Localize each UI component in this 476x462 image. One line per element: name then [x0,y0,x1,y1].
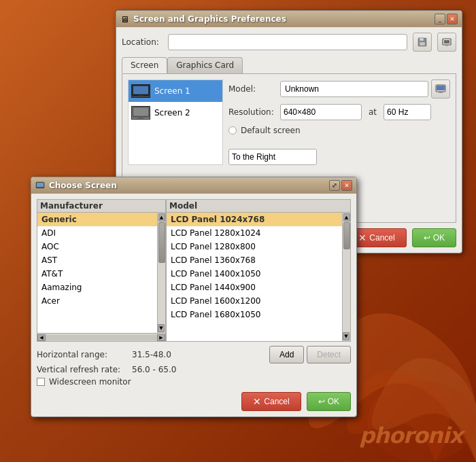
tab-screen[interactable]: Screen [122,57,167,73]
location-row: Location: [122,33,456,52]
vert-range-label: Vertical refresh rate: [37,365,132,374]
widescreen-label: Widescreen monitor [49,377,131,387]
vert-range-row: Vertical refresh rate: 56.0 - 65.0 [37,365,351,374]
dialog-ok-button[interactable]: ↩ OK [307,392,351,411]
phoronix-logo: phoronix [359,423,462,448]
widescreen-row: Widescreen monitor [37,377,351,387]
manufacturer-header: Manufacturer [37,199,166,213]
manufacturer-item-adi[interactable]: ADI [37,226,157,240]
dialog-icon [35,181,45,190]
location-label: Location: [122,37,163,47]
dialog-controls: ⤢ ✕ [329,180,352,191]
svg-rect-16 [437,86,445,90]
model-scrollbar[interactable]: ▲ ▼ [342,213,350,341]
model-header: Model [166,199,351,213]
svg-rect-3 [420,42,425,46]
dialog-resize-button[interactable]: ⤢ [329,180,340,191]
close-button[interactable]: ✕ [447,14,458,24]
default-screen-radio[interactable] [228,126,237,135]
main-window-icon: 🖥 [120,14,129,24]
screen-list: Screen 1 Screen 2 [128,79,223,165]
display-settings-button[interactable] [437,33,456,52]
manufacturer-item-att[interactable]: AT&T [37,267,157,281]
dialog-buttons: ✕ Cancel ↩ OK [37,392,351,411]
horiz-range-label: Horizontal range: [37,350,132,359]
position-combo[interactable]: To the Right [228,149,317,165]
svg-rect-9 [138,96,143,97]
choose-screen-title: Choose Screen [49,181,117,190]
main-ok-button[interactable]: ↩ OK [412,228,456,247]
model-item-6[interactable]: LCD Panel 1440x900 [167,281,342,294]
manufacturer-item-ast[interactable]: AST [37,253,157,267]
model-list-scroll[interactable]: LCD Panel 1024x768 LCD Panel 1280x1024 L… [167,213,350,341]
dialog-cancel-button[interactable]: ✕ Cancel [241,392,301,411]
model-label: Model: [228,84,276,94]
model-item-1[interactable]: LCD Panel 1024x768 [167,213,342,226]
screen-1-label: Screen 1 [154,86,190,96]
tab-inner: Screen 1 Screen 2 Model: [128,79,450,165]
svg-rect-17 [439,92,443,93]
model-item-3[interactable]: LCD Panel 1280x800 [167,240,342,253]
svg-rect-12 [133,108,148,116]
manufacturer-scrollbar[interactable]: ▲ ▼ [157,213,165,333]
dialog-close-button[interactable]: ✕ [341,180,352,191]
screen-1-icon [131,84,150,98]
svg-rect-2 [420,38,424,41]
model-item-7[interactable]: LCD Panel 1600x1200 [167,294,342,308]
add-button[interactable]: Add [269,346,304,363]
manufacturer-item-aamazing[interactable]: Aamazing [37,281,157,294]
detect-button[interactable]: Detect [307,346,351,363]
manufacturer-pane: Manufacturer Generic ADI AOC AST AT&T Aa… [37,199,166,342]
svg-point-0 [367,380,476,462]
screen-item-2[interactable]: Screen 2 [129,102,222,124]
dialog-content: Manufacturer Generic ADI AOC AST AT&T Aa… [31,194,356,416]
resolution-row: Resolution: 640×480 at 60 Hz [228,104,450,120]
manufacturer-item-acer[interactable]: Acer [37,294,157,308]
position-section: To the Right [228,149,450,165]
model-item-4[interactable]: LCD Panel 1360x768 [167,253,342,267]
svg-rect-8 [133,86,148,94]
model-field[interactable] [280,81,428,97]
manufacturer-horiz-scroll[interactable]: ◀ ▶ [37,334,166,342]
minimize-button[interactable]: _ [435,14,445,24]
window-controls: _ ✕ [435,14,458,24]
manufacturer-item-generic[interactable]: Generic [37,213,157,226]
screen-item-1[interactable]: Screen 1 [129,80,222,102]
screen-2-icon [131,106,150,120]
dialog-title-left: Choose Screen [35,181,117,190]
choose-screen-dialog: Choose Screen ⤢ ✕ Manufacturer Generic A… [31,177,357,417]
tabs: Screen Graphics Card [122,57,456,73]
info-section: Horizontal range: 31.5-48.0 Add Detect V… [37,346,351,387]
model-list-container: LCD Panel 1024x768 LCD Panel 1280x1024 L… [166,213,351,342]
manufacturer-item-aoc[interactable]: AOC [37,240,157,253]
svg-rect-19 [37,183,44,187]
manufacturer-list-container: Generic ADI AOC AST AT&T Aamazing Acer ▲… [37,213,166,334]
main-window-title: Screen and Graphics Preferences [133,14,286,24]
manufacturer-list-scroll[interactable]: Generic ADI AOC AST AT&T Aamazing Acer [37,213,165,333]
default-screen-row: Default screen [228,126,450,135]
horiz-range-row: Horizontal range: 31.5-48.0 Add Detect [37,346,351,363]
title-left: 🖥 Screen and Graphics Preferences [120,14,286,24]
model-item-8[interactable]: LCD Panel 1680x1050 [167,308,342,321]
choose-monitor-button[interactable] [431,79,450,99]
svg-rect-13 [138,118,143,119]
tab-graphics-card[interactable]: Graphics Card [167,57,243,73]
screen-list-empty [129,124,222,164]
choose-screen-titlebar: Choose Screen ⤢ ✕ [31,177,356,194]
location-combo[interactable] [168,34,407,50]
screen-settings: Model: Resolution: 640 [228,79,450,165]
main-window-titlebar: 🖥 Screen and Graphics Preferences _ ✕ [116,11,462,27]
model-item-5[interactable]: LCD Panel 1400x1050 [167,267,342,281]
model-item-2[interactable]: LCD Panel 1280x1024 [167,226,342,240]
resolution-controls: 640×480 at 60 Hz [280,104,431,120]
widescreen-checkbox[interactable] [37,378,45,386]
model-row: Model: [228,79,450,99]
svg-rect-5 [444,40,449,43]
hz-combo[interactable]: 60 Hz [384,104,431,120]
vert-range-value: 56.0 - 65.0 [132,365,176,374]
model-pane: Model LCD Panel 1024x768 LCD Panel 1280x… [166,199,351,342]
save-location-button[interactable] [413,33,432,52]
screen-2-label: Screen 2 [154,108,190,118]
at-label: at [369,107,377,117]
resolution-combo[interactable]: 640×480 [280,104,362,120]
